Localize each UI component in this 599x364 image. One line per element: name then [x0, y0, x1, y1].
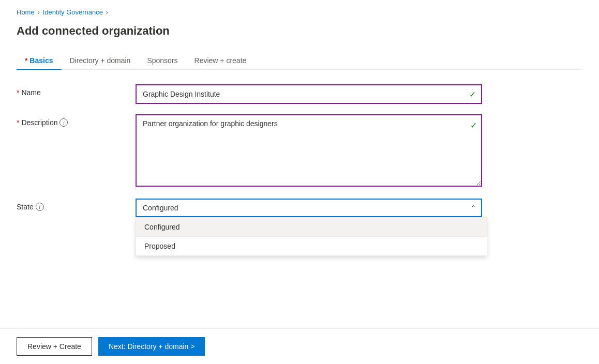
tab-review-create-label: Review + create [194, 56, 247, 65]
breadcrumb-home[interactable]: Home [17, 8, 35, 16]
name-required-star: * [17, 88, 19, 97]
state-dropdown[interactable]: Configured ⌃ [136, 199, 482, 217]
tab-sponsors[interactable]: Sponsors [139, 52, 186, 70]
name-label-text: Name [21, 88, 40, 97]
name-input-container: ✓ [136, 84, 482, 104]
state-field-wrap: Configured ⌃ Configured Proposed [136, 199, 482, 217]
breadcrumb: Home › Identity Governance › [17, 8, 582, 16]
description-row: * Description i Partner organization for… [17, 114, 482, 188]
state-row: State i Configured ⌃ Configured Proposed [17, 199, 482, 217]
description-check-icon: ✓ [470, 120, 477, 130]
page-title: Add connected organization [17, 24, 582, 38]
breadcrumb-chevron1: › [38, 9, 40, 16]
description-required-star: * [17, 118, 19, 127]
state-label: State i [17, 199, 136, 211]
state-dropdown-menu: Configured Proposed [136, 217, 487, 256]
description-textarea[interactable]: Partner organization for graphic designe… [136, 114, 482, 187]
breadcrumb-chevron2: › [106, 9, 108, 16]
proposed-label: Proposed [144, 242, 175, 250]
state-option-configured[interactable]: Configured [136, 218, 487, 236]
state-selected-value: Configured [143, 204, 178, 212]
footer: Review + Create Next: Directory + domain… [0, 328, 599, 364]
tab-directory-domain[interactable]: Directory + domain [62, 52, 139, 70]
review-create-button[interactable]: Review + Create [17, 337, 92, 356]
name-field-wrap: ✓ [136, 84, 482, 104]
chevron-up-icon: ⌃ [471, 204, 476, 211]
description-info-icon[interactable]: i [59, 118, 68, 127]
configured-label: Configured [144, 223, 180, 231]
name-check-icon: ✓ [469, 89, 476, 99]
description-field-wrap: Partner organization for graphic designe… [136, 114, 482, 188]
tab-basics[interactable]: Basics [17, 52, 62, 70]
tabs-container: Basics Directory + domain Sponsors Revie… [17, 52, 582, 70]
tab-directory-domain-label: Directory + domain [70, 56, 131, 65]
tab-review-create[interactable]: Review + create [186, 52, 255, 70]
name-row: * Name ✓ [17, 84, 482, 104]
breadcrumb-identity-governance[interactable]: Identity Governance [43, 8, 103, 16]
state-info-icon[interactable]: i [36, 203, 44, 211]
form-section: * Name ✓ * Description i Partner organiz… [17, 84, 482, 217]
next-button[interactable]: Next: Directory + domain > [98, 337, 205, 356]
state-label-text: State [17, 203, 34, 211]
description-label: * Description i [17, 114, 136, 127]
description-label-text: Description [21, 118, 57, 127]
tab-sponsors-label: Sponsors [147, 56, 177, 65]
tab-basics-label: Basics [29, 56, 53, 65]
name-input[interactable] [137, 85, 481, 103]
state-option-proposed[interactable]: Proposed [136, 237, 487, 255]
name-label: * Name [17, 84, 136, 97]
